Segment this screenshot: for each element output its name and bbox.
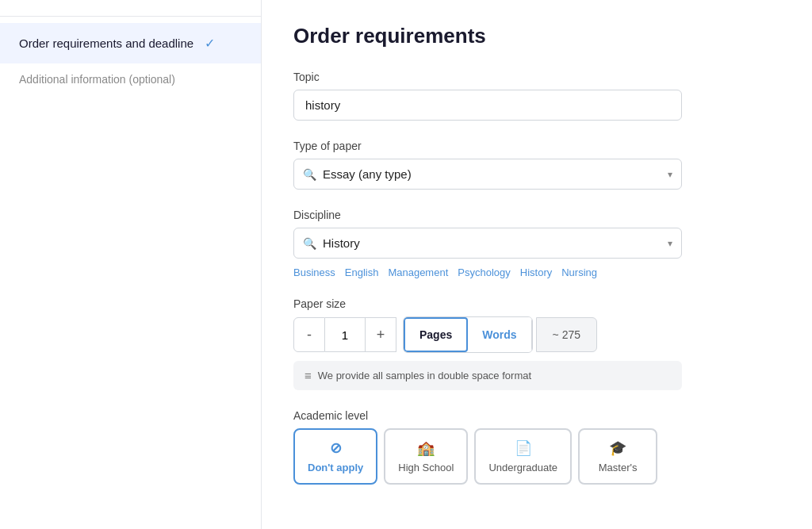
sidebar-item-order-requirements[interactable]: Order requirements and deadline ✓ — [0, 23, 261, 63]
words-toggle-button[interactable]: Words — [468, 317, 531, 352]
undergraduate-icon: 📄 — [515, 439, 532, 457]
discipline-link-business[interactable]: Business — [293, 266, 335, 278]
level-card-high-school[interactable]: 🏫 High School — [384, 428, 468, 485]
pages-toggle-button[interactable]: Pages — [404, 317, 468, 352]
level-card-undergraduate[interactable]: 📄 Undergraduate — [474, 428, 572, 485]
topic-label: Topic — [293, 71, 780, 83]
academic-level-field-group: Academic level ⊘ Don't apply 🏫 High Scho… — [293, 409, 780, 485]
discipline-link-management[interactable]: Management — [388, 266, 448, 278]
topic-input[interactable] — [293, 90, 682, 121]
undergraduate-label: Undergraduate — [488, 462, 557, 473]
type-of-paper-select-container: 🔍 Essay (any type) Research Paper Term P… — [293, 159, 682, 190]
sidebar: Order requirements and deadline ✓ Additi… — [0, 0, 262, 529]
dont-apply-icon: ⊘ — [330, 439, 342, 457]
page-title: Order requirements — [293, 24, 780, 48]
sidebar-item-label: Order requirements and deadline — [19, 36, 193, 50]
academic-level-cards: ⊘ Don't apply 🏫 High School 📄 Undergradu… — [293, 428, 682, 485]
pages-words-toggle: Pages Words — [403, 316, 533, 353]
main-content: Order requirements Topic Type of paper 🔍… — [262, 0, 812, 529]
masters-icon: 🎓 — [609, 439, 626, 457]
discipline-link-nursing[interactable]: Nursing — [561, 266, 597, 278]
dont-apply-label: Don't apply — [308, 462, 363, 473]
sidebar-item-additional-info[interactable]: Additional information (optional) — [0, 63, 261, 95]
discipline-field-group: Discipline 🔍 History Business English Ma… — [293, 209, 780, 278]
double-space-text: We provide all samples in double space f… — [318, 370, 531, 381]
decrement-button[interactable]: - — [293, 317, 325, 352]
discipline-select[interactable]: History Business English Management Psyc… — [293, 228, 682, 259]
words-count-display: ~ 275 — [536, 317, 597, 352]
high-school-label: High School — [398, 462, 454, 473]
discipline-link-history[interactable]: History — [520, 266, 552, 278]
increment-button[interactable]: + — [365, 317, 396, 352]
level-card-masters[interactable]: 🎓 Master's — [578, 428, 657, 485]
masters-label: Master's — [599, 462, 638, 473]
type-of-paper-field-group: Type of paper 🔍 Essay (any type) Researc… — [293, 140, 780, 190]
double-space-note: ≡ We provide all samples in double space… — [293, 361, 682, 390]
type-of-paper-search-icon: 🔍 — [303, 168, 316, 181]
paper-size-row: - + Pages Words ~ 275 — [293, 316, 682, 353]
discipline-link-english[interactable]: English — [345, 266, 379, 278]
paper-size-field-group: Paper size - + Pages Words ~ 275 ≡ We pr… — [293, 297, 780, 390]
academic-level-label: Academic level — [293, 409, 780, 422]
type-of-paper-select[interactable]: Essay (any type) Research Paper Term Pap… — [293, 159, 682, 190]
sidebar-item-optional-label: Additional information (optional) — [19, 73, 175, 86]
discipline-select-container: 🔍 History Business English Management Ps… — [293, 228, 682, 259]
discipline-label: Discipline — [293, 209, 780, 221]
high-school-icon: 🏫 — [417, 439, 435, 457]
count-input[interactable] — [325, 317, 365, 352]
paper-size-label: Paper size — [293, 297, 780, 310]
type-of-paper-label: Type of paper — [293, 140, 780, 152]
discipline-search-icon: 🔍 — [303, 237, 316, 250]
discipline-quick-links: Business English Management Psychology H… — [293, 266, 682, 278]
double-space-icon: ≡ — [304, 369, 312, 382]
discipline-link-psychology[interactable]: Psychology — [458, 266, 510, 278]
level-card-dont-apply[interactable]: ⊘ Don't apply — [293, 428, 377, 485]
topic-field-group: Topic — [293, 71, 780, 121]
check-icon: ✓ — [205, 36, 215, 51]
